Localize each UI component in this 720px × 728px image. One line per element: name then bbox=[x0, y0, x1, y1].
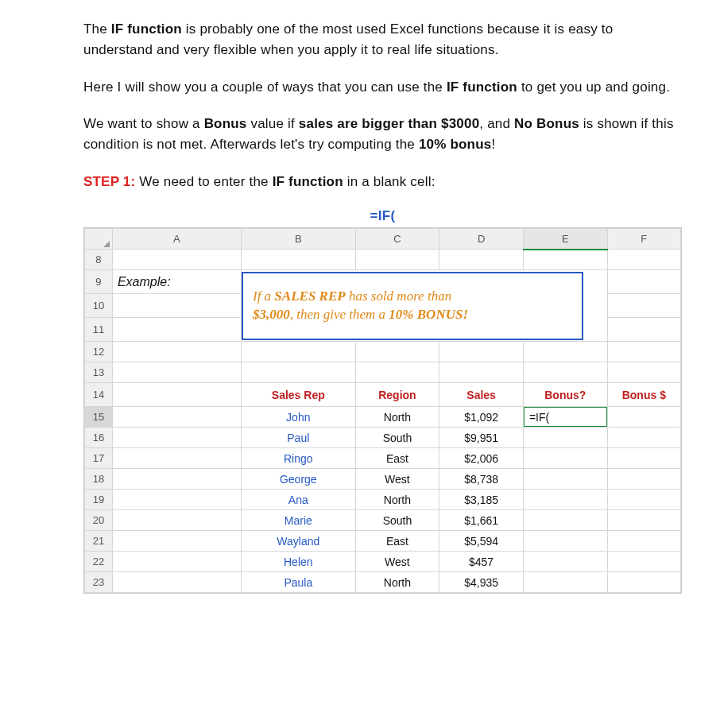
header-sales[interactable]: Sales bbox=[439, 383, 524, 407]
cell[interactable] bbox=[112, 342, 241, 362]
cell[interactable] bbox=[523, 342, 607, 362]
cell[interactable] bbox=[439, 362, 524, 383]
cell[interactable] bbox=[355, 250, 439, 270]
column-header-row[interactable]: A B C D E F bbox=[85, 229, 681, 250]
column-header-B[interactable]: B bbox=[241, 229, 355, 250]
cell[interactable] bbox=[607, 294, 680, 318]
cell[interactable] bbox=[523, 531, 607, 552]
column-header-F[interactable]: F bbox=[607, 229, 680, 250]
row-23[interactable]: 23 Paula North $4,935 bbox=[85, 572, 681, 593]
cell[interactable] bbox=[523, 250, 607, 270]
cell[interactable] bbox=[607, 407, 680, 428]
cell-rep[interactable]: Paul bbox=[241, 428, 355, 448]
row-header[interactable]: 19 bbox=[85, 490, 113, 510]
cell-rep[interactable]: Helen bbox=[241, 552, 355, 572]
row-header[interactable]: 18 bbox=[85, 469, 113, 490]
cell[interactable] bbox=[607, 469, 680, 490]
cell[interactable] bbox=[607, 552, 680, 572]
cell[interactable] bbox=[523, 428, 607, 448]
row-header[interactable]: 15 bbox=[85, 407, 113, 428]
cell[interactable] bbox=[607, 270, 680, 294]
cell[interactable] bbox=[112, 407, 241, 428]
row-header[interactable]: 21 bbox=[85, 531, 113, 552]
select-all-corner[interactable] bbox=[85, 229, 113, 250]
cell[interactable] bbox=[607, 572, 680, 593]
cell[interactable] bbox=[112, 552, 241, 572]
cell[interactable] bbox=[523, 572, 607, 593]
cell-sales[interactable]: $8,738 bbox=[439, 469, 524, 490]
cell-rep[interactable]: John bbox=[241, 407, 355, 428]
row-18[interactable]: 18 George West $8,738 bbox=[85, 469, 681, 490]
cell-rep[interactable]: Wayland bbox=[241, 531, 355, 552]
cell[interactable] bbox=[112, 362, 241, 383]
cell[interactable] bbox=[523, 552, 607, 572]
column-header-A[interactable]: A bbox=[112, 229, 241, 250]
row-15[interactable]: 15 John North $1,092 =IF( bbox=[85, 407, 681, 428]
cell[interactable] bbox=[355, 342, 439, 362]
callout-host[interactable]: If a SALES REP has sold more than $3,000… bbox=[241, 270, 607, 342]
cell[interactable] bbox=[112, 531, 241, 552]
cell[interactable] bbox=[241, 342, 355, 362]
cell-region[interactable]: East bbox=[355, 531, 439, 552]
cell[interactable] bbox=[523, 469, 607, 490]
row-header[interactable]: 16 bbox=[85, 428, 113, 448]
row-9[interactable]: 9 Example: If a SALES REP has sold more … bbox=[85, 270, 681, 294]
cell-region[interactable]: North bbox=[355, 407, 439, 428]
cell-region[interactable]: West bbox=[355, 469, 439, 490]
cell[interactable] bbox=[112, 250, 241, 270]
cell[interactable] bbox=[607, 490, 680, 510]
cell[interactable] bbox=[112, 383, 241, 407]
active-cell-E15[interactable]: =IF( bbox=[523, 407, 607, 428]
row-16[interactable]: 16 Paul South $9,951 bbox=[85, 428, 681, 448]
cell[interactable] bbox=[607, 510, 680, 531]
cell[interactable] bbox=[523, 448, 607, 469]
row-header[interactable]: 10 bbox=[85, 294, 113, 318]
cell[interactable] bbox=[607, 448, 680, 469]
cell[interactable] bbox=[112, 318, 241, 342]
row-header[interactable]: 14 bbox=[85, 383, 113, 407]
cell-rep[interactable]: Ana bbox=[241, 490, 355, 510]
header-bonus-q[interactable]: Bonus? bbox=[523, 383, 607, 407]
cell-sales[interactable]: $5,594 bbox=[439, 531, 524, 552]
header-region[interactable]: Region bbox=[355, 383, 439, 407]
cell-sales[interactable]: $9,951 bbox=[439, 428, 524, 448]
cell-sales[interactable]: $2,006 bbox=[439, 448, 524, 469]
row-header[interactable]: 12 bbox=[85, 342, 113, 362]
header-bonus-d[interactable]: Bonus $ bbox=[607, 383, 680, 407]
cell[interactable] bbox=[112, 428, 241, 448]
cell-sales[interactable]: $1,092 bbox=[439, 407, 524, 428]
row-22[interactable]: 22 Helen West $457 bbox=[85, 552, 681, 572]
cell-sales[interactable]: $3,185 bbox=[439, 490, 524, 510]
column-header-D[interactable]: D bbox=[439, 229, 524, 250]
row-header[interactable]: 9 bbox=[85, 270, 113, 294]
cell[interactable] bbox=[439, 342, 524, 362]
row-8[interactable]: 8 bbox=[85, 250, 681, 270]
row-21[interactable]: 21 Wayland East $5,594 bbox=[85, 531, 681, 552]
column-header-E[interactable]: E bbox=[523, 229, 607, 250]
cell[interactable] bbox=[607, 318, 680, 342]
row-header[interactable]: 23 bbox=[85, 572, 113, 593]
row-header[interactable]: 11 bbox=[85, 318, 113, 342]
example-label[interactable]: Example: bbox=[112, 270, 241, 294]
cell[interactable] bbox=[439, 250, 524, 270]
cell[interactable] bbox=[607, 250, 680, 270]
header-sales-rep[interactable]: Sales Rep bbox=[241, 383, 355, 407]
row-17[interactable]: 17 Ringo East $2,006 bbox=[85, 448, 681, 469]
cell[interactable] bbox=[523, 362, 607, 383]
row-header[interactable]: 20 bbox=[85, 510, 113, 531]
cell-region[interactable]: North bbox=[355, 572, 439, 593]
row-14-headers[interactable]: 14 Sales Rep Region Sales Bonus? Bonus $ bbox=[85, 383, 681, 407]
cell-rep[interactable]: Paula bbox=[241, 572, 355, 593]
cell[interactable] bbox=[607, 531, 680, 552]
row-header[interactable]: 13 bbox=[85, 362, 113, 383]
cell-region[interactable]: North bbox=[355, 490, 439, 510]
cell[interactable] bbox=[607, 428, 680, 448]
cell-rep[interactable]: Marie bbox=[241, 510, 355, 531]
cell-sales[interactable]: $1,661 bbox=[439, 510, 524, 531]
cell[interactable] bbox=[112, 572, 241, 593]
cell-rep[interactable]: George bbox=[241, 469, 355, 490]
cell-region[interactable]: West bbox=[355, 552, 439, 572]
column-header-C[interactable]: C bbox=[355, 229, 439, 250]
row-20[interactable]: 20 Marie South $1,661 bbox=[85, 510, 681, 531]
cell[interactable] bbox=[241, 250, 355, 270]
